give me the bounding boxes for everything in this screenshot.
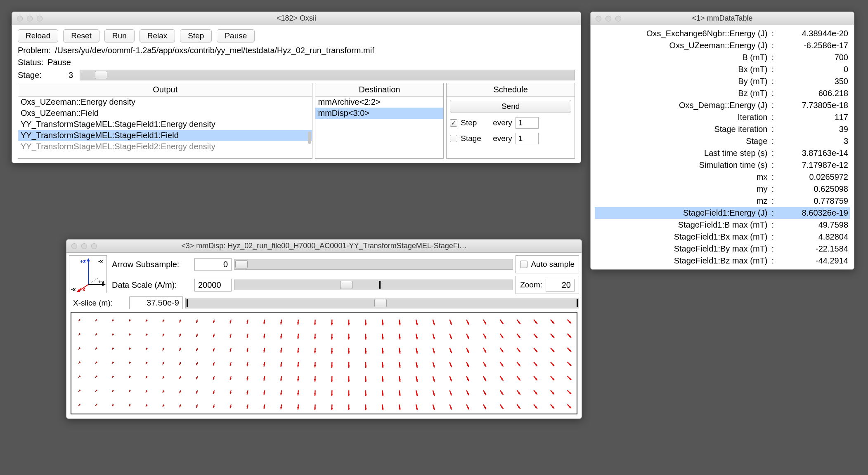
separator: : bbox=[770, 77, 776, 86]
data-row-label: Stage bbox=[746, 136, 767, 146]
data-row[interactable]: Stage iteration:39 bbox=[595, 123, 850, 135]
zoom-icon[interactable] bbox=[615, 16, 621, 21]
xslice-thumb[interactable] bbox=[374, 299, 387, 307]
output-item[interactable]: Oxs_UZeeman::Field bbox=[18, 108, 312, 119]
output-item[interactable]: YY_TransformStageMEL:StageField1:Energy … bbox=[18, 119, 312, 130]
data-row-label: Bz (mT) bbox=[738, 89, 767, 98]
auto-sample-checkbox[interactable] bbox=[520, 261, 527, 268]
mmdisp-title: <3> mmDisp: Hyz_02_run_file00_H7000_AC00… bbox=[66, 242, 582, 250]
data-row[interactable]: mx:0.0265972 bbox=[595, 171, 850, 183]
data-scale-input[interactable]: 20000 bbox=[194, 279, 232, 292]
data-row[interactable]: By (mT):350 bbox=[595, 75, 850, 87]
svg-line-6 bbox=[88, 278, 98, 285]
destination-item[interactable]: mmDisp<3:0> bbox=[315, 108, 443, 119]
data-row-label: StageField1:Bz max (mT) bbox=[674, 256, 768, 266]
data-scale-slider[interactable] bbox=[234, 280, 513, 290]
data-row[interactable]: Oxs_Exchange6Ngbr::Energy (J):4.38944e-2… bbox=[595, 28, 850, 40]
minimize-icon[interactable] bbox=[605, 16, 611, 21]
svg-marker-192 bbox=[112, 362, 114, 364]
arrow-subsample-slider[interactable] bbox=[234, 259, 513, 270]
destination-item[interactable]: mmArchive<2:2> bbox=[315, 96, 443, 108]
data-row[interactable]: Stage:3 bbox=[595, 135, 850, 147]
close-icon[interactable] bbox=[71, 243, 77, 249]
arrow-subsample-input[interactable]: 0 bbox=[194, 258, 232, 271]
data-row-label: By (mT) bbox=[738, 77, 767, 86]
pause-button[interactable]: Pause bbox=[217, 29, 255, 42]
separator: : bbox=[770, 65, 776, 74]
data-row[interactable]: Oxs_Demag::Energy (J):7.73805e-18 bbox=[595, 99, 850, 111]
data-row[interactable]: Last time step (s):3.87163e-14 bbox=[595, 147, 850, 159]
svg-marker-320 bbox=[180, 391, 181, 393]
vector-field-canvas[interactable] bbox=[71, 312, 577, 414]
oxsii-titlebar[interactable]: <182> Oxsii bbox=[12, 12, 581, 25]
data-row[interactable]: StageField1:Bx max (mT):4.82804 bbox=[595, 231, 850, 243]
zoom-label: Zoom: bbox=[520, 280, 542, 289]
xslice-input[interactable]: 37.50e-9 bbox=[129, 296, 183, 309]
window-controls[interactable] bbox=[591, 16, 621, 21]
svg-marker-336 bbox=[314, 393, 316, 396]
reset-button[interactable]: Reset bbox=[63, 29, 99, 42]
data-scale-label: Data Scale (A/m): bbox=[109, 280, 192, 290]
data-row[interactable]: StageField1:B max (mT):49.7598 bbox=[595, 219, 850, 231]
window-controls[interactable] bbox=[66, 243, 97, 249]
stage-slider[interactable] bbox=[80, 70, 575, 80]
data-row[interactable]: B (mT):700 bbox=[595, 52, 850, 63]
close-icon[interactable] bbox=[17, 16, 23, 21]
separator: : bbox=[770, 172, 776, 182]
close-icon[interactable] bbox=[596, 16, 601, 21]
svg-marker-400 bbox=[348, 408, 350, 410]
svg-marker-42 bbox=[365, 323, 367, 326]
reload-button[interactable]: Reload bbox=[18, 29, 58, 42]
send-button[interactable]: Send bbox=[450, 100, 571, 113]
axes-indicator: +z -x +y +x -x bbox=[69, 255, 107, 293]
step-button[interactable]: Step bbox=[180, 29, 212, 42]
data-row[interactable]: Bz (mT):606.218 bbox=[595, 87, 850, 99]
zoom-input[interactable]: 20 bbox=[546, 279, 575, 292]
data-row[interactable]: mz:0.778759 bbox=[595, 195, 850, 207]
data-row[interactable]: my:0.625098 bbox=[595, 183, 850, 195]
svg-marker-40 bbox=[348, 323, 350, 326]
data-row[interactable]: Iteration:117 bbox=[595, 111, 850, 123]
stage-slider-thumb[interactable] bbox=[95, 71, 107, 79]
mmdatatable-titlebar[interactable]: <1> mmDataTable bbox=[591, 12, 854, 25]
data-scale-thumb[interactable] bbox=[340, 281, 352, 289]
separator: : bbox=[770, 101, 776, 110]
zoom-icon[interactable] bbox=[91, 243, 97, 249]
data-row[interactable]: Oxs_UZeeman::Energy (J):-6.2586e-17 bbox=[595, 40, 850, 52]
step-every-input[interactable]: 1 bbox=[516, 117, 539, 129]
minimize-icon[interactable] bbox=[81, 243, 87, 249]
data-row-value: -44.2914 bbox=[778, 256, 848, 266]
step-checkbox[interactable]: ✓ bbox=[450, 119, 457, 127]
svg-marker-250 bbox=[95, 375, 97, 378]
window-controls[interactable] bbox=[12, 16, 43, 21]
output-item[interactable]: Oxs_UZeeman::Energy density bbox=[18, 96, 312, 108]
relax-button[interactable]: Relax bbox=[140, 29, 175, 42]
mmdisp-titlebar[interactable]: <3> mmDisp: Hyz_02_run_file00_H7000_AC00… bbox=[66, 240, 582, 253]
data-row[interactable]: Bx (mT):0 bbox=[595, 63, 850, 75]
stage-checkbox[interactable] bbox=[450, 135, 457, 142]
data-row-value: 4.82804 bbox=[778, 232, 848, 242]
minimize-icon[interactable] bbox=[27, 16, 33, 21]
svg-marker-38 bbox=[331, 323, 333, 326]
mmdatatable-title: <1> mmDataTable bbox=[591, 14, 854, 23]
stage-every-input[interactable]: 1 bbox=[516, 133, 539, 144]
data-row[interactable]: StageField1:Bz max (mT):-44.2914 bbox=[595, 255, 850, 267]
output-item[interactable]: YY_TransformStageMEL:StageField1:Field bbox=[18, 130, 312, 141]
zoom-icon[interactable] bbox=[37, 16, 43, 21]
xslice-tick-start bbox=[187, 299, 188, 307]
data-row[interactable]: Simulation time (s):7.17987e-12 bbox=[595, 159, 850, 171]
svg-marker-276 bbox=[314, 379, 316, 382]
arrow-subsample-thumb[interactable] bbox=[235, 260, 248, 268]
svg-marker-396 bbox=[314, 407, 316, 410]
run-button[interactable]: Run bbox=[104, 29, 135, 42]
svg-marker-24 bbox=[213, 321, 215, 323]
svg-marker-20 bbox=[180, 320, 181, 322]
separator: : bbox=[770, 29, 776, 38]
output-listbox[interactable]: Oxs_UZeeman::Energy densityOxs_UZeeman::… bbox=[18, 96, 312, 158]
svg-marker-158 bbox=[331, 351, 333, 354]
data-row[interactable]: StageField1:By max (mT):-22.1584 bbox=[595, 243, 850, 255]
data-row[interactable]: StageField1:Energy (J):8.60326e-19 bbox=[595, 207, 850, 219]
destination-listbox[interactable]: mmArchive<2:2>mmDisp<3:0> bbox=[315, 96, 443, 158]
output-item-partial[interactable]: YY_TransformStageMEL:StageField2:Energy … bbox=[18, 141, 312, 152]
xslice-slider[interactable] bbox=[185, 298, 579, 308]
